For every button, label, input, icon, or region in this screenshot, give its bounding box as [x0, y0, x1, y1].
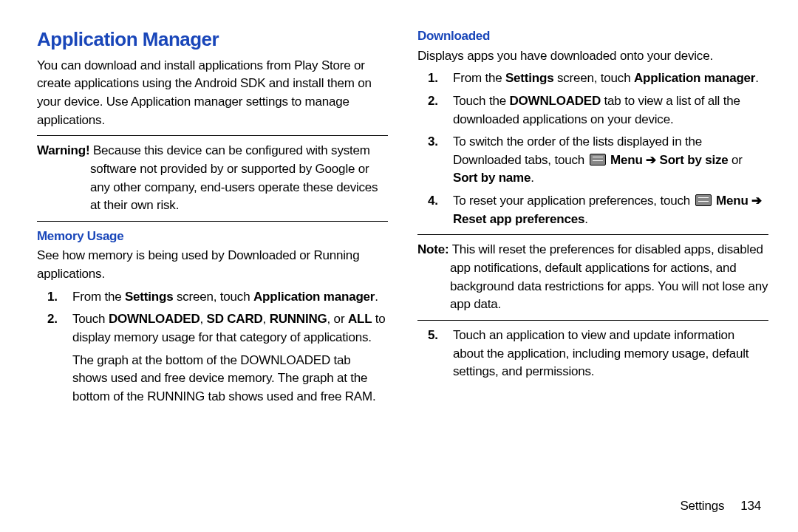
bold-text: SD CARD — [207, 312, 263, 326]
step-number: 1. — [417, 69, 453, 88]
downloaded-steps-continued: 5. Touch an application to view and upda… — [417, 327, 768, 381]
divider — [37, 221, 388, 222]
divider — [417, 320, 768, 321]
step-number: 1. — [37, 288, 72, 307]
bold-text: Menu — [610, 153, 643, 167]
list-item: 3. To switch the order of the lists disp… — [417, 133, 768, 188]
bold-text: Sort by name — [453, 171, 531, 185]
page-footer: Settings134 — [680, 497, 761, 516]
text: . — [375, 290, 378, 304]
text: screen, touch — [173, 290, 253, 304]
text: , or — [327, 312, 348, 326]
downloaded-intro: Displays apps you have downloaded onto y… — [417, 47, 768, 66]
list-item: 1. From the Settings screen, touch Appli… — [417, 69, 768, 88]
memory-intro: See how memory is being used by Download… — [37, 247, 388, 283]
warning-label: Warning! — [37, 143, 89, 157]
text: Touch — [72, 312, 109, 326]
note-paragraph: Note: This will reset the preferences fo… — [417, 241, 768, 314]
bold-text: Settings — [505, 71, 553, 85]
text: screen, touch — [553, 71, 634, 85]
step-text: From the Settings screen, touch Applicat… — [453, 69, 768, 88]
step-text: Touch the DOWNLOADED tab to view a list … — [453, 92, 768, 129]
note-text: This will reset the preferences for disa… — [449, 242, 768, 311]
text: . — [584, 212, 588, 226]
step-sub-paragraph: The graph at the bottom of the DOWNLOADE… — [72, 352, 388, 406]
menu-icon — [695, 194, 712, 206]
bold-text: ALL — [348, 312, 372, 326]
step-text: To reset your application preferences, t… — [453, 192, 768, 228]
arrow-icon: ➔ — [643, 153, 660, 167]
warning-paragraph: Warning! Because this device can be conf… — [37, 142, 388, 215]
heading-downloaded: Downloaded — [417, 27, 768, 46]
bold-text: Application manager — [253, 290, 375, 304]
step-text: Touch an application to view and update … — [453, 327, 768, 381]
step-number: 2. — [37, 310, 72, 406]
divider — [417, 234, 768, 235]
text: . — [531, 171, 534, 185]
text: From the — [453, 71, 505, 85]
heading-memory-usage: Memory Usage — [37, 228, 388, 246]
step-text: Touch DOWNLOADED, SD CARD, RUNNING, or A… — [72, 310, 388, 406]
footer-page-number: 134 — [740, 499, 761, 513]
list-item: 1. From the Settings screen, touch Appli… — [37, 288, 388, 307]
list-item: 5. Touch an application to view and upda… — [417, 327, 768, 381]
bold-text: Application manager — [634, 71, 755, 85]
text: or — [729, 153, 743, 167]
document-page: Application Manager You can download and… — [0, 0, 798, 532]
left-column: Application Manager You can download and… — [37, 26, 388, 517]
step-number: 3. — [417, 133, 453, 188]
step-text: To switch the order of the lists display… — [453, 133, 768, 188]
list-item: 2. Touch the DOWNLOADED tab to view a li… — [417, 92, 768, 129]
bold-text: DOWNLOADED — [109, 312, 200, 326]
text: From the — [72, 290, 125, 304]
right-column: Downloaded Displays apps you have downlo… — [417, 26, 768, 517]
bold-text: Reset app preferences — [453, 212, 584, 226]
text: Touch the — [453, 94, 509, 108]
list-item: 4. To reset your application preferences… — [417, 192, 768, 228]
bold-text: DOWNLOADED — [509, 94, 601, 108]
downloaded-steps: 1. From the Settings screen, touch Appli… — [417, 69, 768, 228]
footer-section: Settings — [680, 499, 724, 513]
text: . — [755, 71, 759, 85]
menu-icon — [590, 154, 606, 166]
step-text: From the Settings screen, touch Applicat… — [72, 288, 388, 307]
text: , — [200, 312, 207, 326]
memory-steps: 1. From the Settings screen, touch Appli… — [37, 288, 388, 406]
text: To reset your application preferences, t… — [453, 194, 694, 208]
text: , — [263, 312, 270, 326]
list-item: 2. Touch DOWNLOADED, SD CARD, RUNNING, o… — [37, 310, 388, 406]
bold-text: Sort by size — [660, 153, 729, 167]
warning-text: Because this device can be configured wi… — [89, 143, 378, 212]
bold-text: RUNNING — [270, 312, 327, 326]
bold-text: Menu — [716, 194, 748, 208]
step-number: 4. — [417, 192, 453, 228]
arrow-icon: ➔ — [748, 194, 762, 208]
heading-application-manager: Application Manager — [37, 26, 388, 54]
note-label: Note: — [417, 242, 449, 256]
divider — [37, 135, 388, 136]
step-number: 5. — [417, 327, 453, 381]
intro-paragraph: You can download and install application… — [37, 57, 388, 130]
step-number: 2. — [417, 92, 453, 129]
bold-text: Settings — [125, 290, 173, 304]
